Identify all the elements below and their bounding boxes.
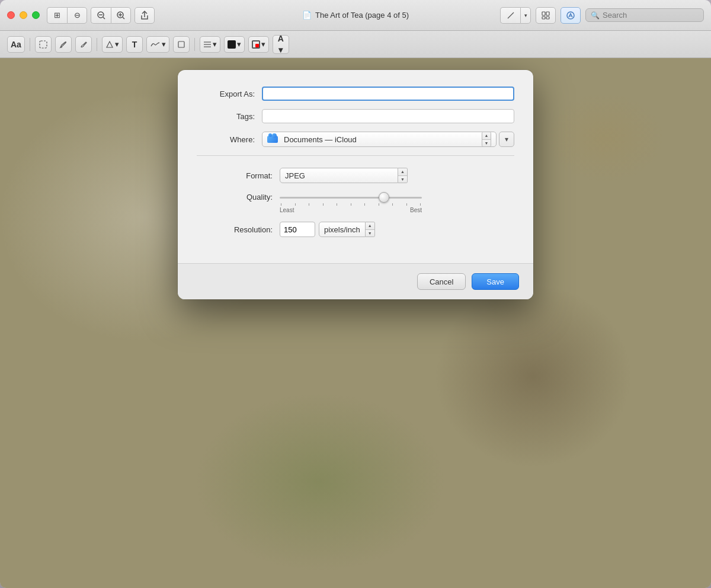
format-stepper-up[interactable]: ▲ xyxy=(398,168,407,176)
resolution-label: Resolution: xyxy=(232,225,280,234)
quality-slider[interactable] xyxy=(280,191,422,203)
quality-content: Least Best xyxy=(280,191,422,213)
slider-labels: Least Best xyxy=(280,207,422,213)
resolution-input[interactable] xyxy=(280,222,315,237)
window-title: The Art of Tea (page 4 of 5) xyxy=(315,11,409,20)
pen-tool-arrow[interactable]: ▾ xyxy=(520,7,531,24)
window-title-group: 📄 The Art of Tea (page 4 of 5) xyxy=(302,11,409,20)
export-dialog: Export As: Tags: Where: xyxy=(178,70,533,299)
crop-button[interactable] xyxy=(173,36,190,53)
resolution-stepper-up[interactable]: ▲ xyxy=(366,222,374,230)
zoom-in-button[interactable] xyxy=(111,7,131,24)
sidebar-arrow-button[interactable]: ⊖ xyxy=(67,7,87,24)
search-input[interactable] xyxy=(603,11,699,20)
close-button[interactable] xyxy=(7,11,15,19)
font-size-button[interactable]: Aa xyxy=(7,36,25,53)
format-value: JPEG xyxy=(285,171,393,180)
svg-rect-8 xyxy=(546,12,549,15)
sidebar-toggle-button[interactable]: ⊞ xyxy=(47,7,67,24)
fill-color-button[interactable]: ▾ xyxy=(224,36,245,53)
quality-label: Quality: xyxy=(232,191,280,202)
signature-button[interactable]: ▾ xyxy=(146,36,169,53)
svg-rect-13 xyxy=(40,41,47,48)
modal-overlay: Export As: Tags: Where: xyxy=(0,58,711,588)
where-row: Where: Documents — iCloud ▲ ▼ xyxy=(197,132,514,147)
cancel-button[interactable]: Cancel xyxy=(417,273,466,290)
tags-row: Tags: xyxy=(197,109,514,123)
resolution-row: Resolution: pixels/inch ▲ ▼ xyxy=(197,222,514,237)
search-icon: 🔍 xyxy=(591,11,600,20)
dialog-body: Export As: Tags: Where: xyxy=(178,70,533,263)
where-label: Where: xyxy=(197,135,262,144)
svg-rect-10 xyxy=(546,17,549,19)
list-button[interactable]: ▾ xyxy=(200,36,220,53)
minimize-button[interactable] xyxy=(20,11,27,19)
export-as-row: Export As: xyxy=(197,87,514,101)
text-button[interactable]: T xyxy=(126,36,143,53)
shape-button[interactable]: ▾ xyxy=(102,36,123,53)
tags-label: Tags: xyxy=(197,112,262,121)
where-stepper-up[interactable]: ▲ xyxy=(482,132,491,140)
where-selector[interactable]: Documents — iCloud ▲ ▼ xyxy=(262,132,497,147)
toolbar2-separator-1 xyxy=(30,38,30,51)
zoom-out-button[interactable] xyxy=(91,7,111,24)
main-window: ⊞ ⊖ xyxy=(0,0,711,588)
toolbar2: Aa ▾ T xyxy=(0,31,711,58)
maximize-button[interactable] xyxy=(32,11,40,19)
resolution-unit-select[interactable]: pixels/inch xyxy=(319,222,366,237)
titlebar: ⊞ ⊖ xyxy=(0,0,711,31)
traffic-lights xyxy=(7,11,40,19)
pen-tool-button[interactable] xyxy=(500,7,520,24)
quality-max-label: Best xyxy=(410,207,422,213)
zoom-group xyxy=(91,7,131,24)
resolution-stepper: ▲ ▼ xyxy=(366,222,375,237)
toolbar2-separator-3 xyxy=(194,38,195,51)
document-icon: 📄 xyxy=(302,11,312,20)
save-button[interactable]: Save xyxy=(472,273,519,290)
where-stepper-down[interactable]: ▼ xyxy=(482,140,491,147)
where-value: Documents — iCloud xyxy=(284,135,478,144)
search-box[interactable]: 🔍 xyxy=(585,8,704,22)
export-as-label: Export As: xyxy=(197,90,262,98)
quality-section: Quality: Le xyxy=(197,191,514,213)
format-select-container: JPEG ▲ ▼ xyxy=(280,168,408,183)
svg-marker-15 xyxy=(107,41,113,47)
slider-ticks xyxy=(280,203,422,206)
format-select[interactable]: JPEG xyxy=(280,168,398,183)
export-as-input[interactable] xyxy=(262,87,514,101)
resolution-unit-container: pixels/inch ▲ ▼ xyxy=(319,222,375,237)
format-stepper-down[interactable]: ▼ xyxy=(398,176,407,183)
where-icon xyxy=(267,136,278,143)
dialog-separator xyxy=(197,155,514,156)
tags-input[interactable] xyxy=(262,109,514,123)
quality-min-label: Least xyxy=(280,207,294,213)
sidebar-toggle-group: ⊞ ⊖ xyxy=(47,7,87,24)
resolution-stepper-down[interactable]: ▼ xyxy=(366,230,374,237)
format-row: Format: JPEG ▲ ▼ xyxy=(197,168,514,183)
brush-button[interactable] xyxy=(75,36,92,53)
resolution-unit-value: pixels/inch xyxy=(324,225,360,234)
svg-rect-16 xyxy=(178,41,184,47)
where-container: Documents — iCloud ▲ ▼ ▾ xyxy=(262,132,514,147)
svg-line-4 xyxy=(123,17,124,19)
toolbar2-separator-2 xyxy=(97,38,97,51)
where-expand-button[interactable]: ▾ xyxy=(499,132,514,147)
svg-line-1 xyxy=(103,17,105,19)
pen-draw-button[interactable] xyxy=(55,36,72,53)
svg-rect-9 xyxy=(542,17,545,19)
share-button[interactable] xyxy=(134,7,155,24)
border-color-button[interactable]: ▾ xyxy=(248,36,269,53)
pages-button[interactable] xyxy=(536,7,556,24)
svg-rect-7 xyxy=(542,12,545,15)
format-stepper: ▲ ▼ xyxy=(398,168,408,183)
pen-tool-group: ▾ xyxy=(500,7,531,24)
dialog-footer: Cancel Save xyxy=(178,263,533,299)
annotate-button[interactable] xyxy=(561,7,581,24)
selection-button[interactable] xyxy=(35,36,52,53)
font-color-button[interactable]: A ▾ xyxy=(273,35,289,54)
content-area: Export As: Tags: Where: xyxy=(0,58,711,588)
quality-slider-row xyxy=(280,191,422,203)
where-stepper: ▲ ▼ xyxy=(482,132,491,147)
format-label: Format: xyxy=(232,171,280,180)
